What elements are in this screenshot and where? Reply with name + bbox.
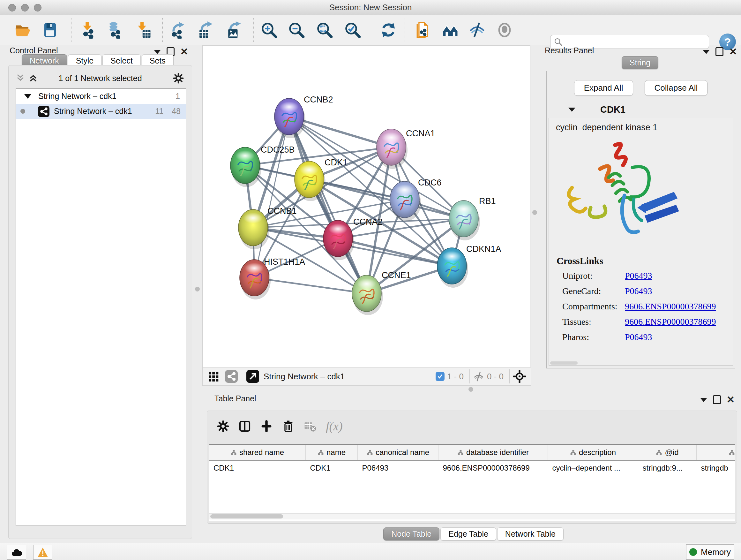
network-edge-CCNB2-CCNE1[interactable] [289, 117, 367, 294]
create-column-icon[interactable] [260, 420, 273, 433]
network-node-CCNA2[interactable] [323, 220, 354, 260]
show-all-button[interactable] [495, 20, 514, 40]
network-options-gear-icon[interactable] [173, 72, 184, 84]
crosshair-icon[interactable] [513, 370, 526, 383]
table-tabs: Node TableEdge TableNetwork Table [207, 527, 741, 541]
collection-expander-icon[interactable] [24, 94, 31, 99]
table-cell[interactable]: cyclin–dependent ... [548, 460, 638, 476]
panel-float-icon[interactable] [716, 47, 724, 56]
entry-expander-icon[interactable] [568, 108, 576, 112]
memory-button[interactable]: Memory [686, 544, 734, 560]
crosslink-link-0[interactable]: P06493 [625, 271, 652, 281]
tab-node-table[interactable]: Node Table [383, 527, 440, 541]
left-splitter-handle[interactable] [195, 287, 200, 292]
network-node-CCNB2[interactable] [274, 98, 306, 138]
search-icon [554, 37, 562, 46]
cloud-status-button[interactable] [7, 545, 26, 560]
crosslink-row: Uniprot:P06493 [556, 271, 716, 281]
zoom-fit-button[interactable] [315, 20, 334, 40]
table-horizontal-scrollbar[interactable] [209, 513, 735, 519]
network-node-label-CDKN1A: CDKN1A [466, 244, 501, 254]
column-header-canonical-name[interactable]: canonical name [358, 445, 439, 460]
table-cell[interactable]: stringdb:9... [638, 460, 697, 476]
warnings-button[interactable] [33, 545, 52, 560]
export-network-button[interactable] [169, 20, 187, 40]
import-network-database-button[interactable] [105, 20, 124, 40]
tab-network-table[interactable]: Network Table [497, 527, 563, 541]
panel-menu-icon[interactable] [154, 50, 161, 54]
bottom-splitter-handle[interactable] [468, 387, 473, 392]
open-session-button[interactable] [13, 20, 32, 40]
panel-close-icon[interactable]: ✕ [180, 48, 188, 55]
save-session-button[interactable] [41, 20, 59, 40]
crosslink-link-2[interactable]: 9606.ENSP00000378699 [625, 301, 716, 312]
network-collection-row[interactable]: String Network – cdk1 1 [16, 89, 186, 104]
table-cell[interactable]: CDK1 [209, 460, 306, 476]
column-header-@id[interactable]: @id [638, 445, 697, 460]
zoom-selected-button[interactable] [343, 20, 362, 40]
entry-header[interactable]: CDK1 [549, 101, 733, 118]
collapse-all-button[interactable]: Collapse All [645, 80, 708, 96]
network-tree: String Network – cdk1 1 String Network –… [16, 88, 186, 526]
network-node-CDKN1A[interactable] [437, 248, 468, 288]
panel-menu-icon[interactable] [703, 50, 710, 54]
panel-menu-icon[interactable] [700, 398, 707, 402]
column-header-name[interactable]: name [306, 445, 358, 460]
zoom-in-button[interactable] [260, 20, 278, 40]
tab-string[interactable]: String [622, 56, 658, 69]
crosslink-link-3[interactable]: 9606.ENSP00000378699 [625, 317, 716, 327]
network-node-CCNE1[interactable] [352, 275, 383, 315]
tab-edge-table[interactable]: Edge Table [441, 527, 496, 541]
export-table-button[interactable] [196, 20, 214, 40]
network-node-label-RB1: RB1 [479, 196, 496, 206]
delete-column-icon[interactable] [282, 420, 294, 433]
crosslink-label: GeneCard: [556, 286, 625, 296]
panel-close-icon[interactable]: ✕ [727, 396, 735, 403]
import-network-file-button[interactable] [78, 20, 97, 40]
network-canvas[interactable]: CCNB2CCNA1CDC25BCDK1CDC6RB1CCNB1CCNA2CDK… [202, 45, 530, 367]
table-cell[interactable]: stringdb [697, 460, 735, 476]
apply-layout-button[interactable] [379, 20, 398, 40]
column-header-database-identifier[interactable]: database identifier [439, 445, 548, 460]
string-home-button[interactable] [441, 20, 460, 40]
hidden-eye-icon [473, 371, 484, 382]
network-node-CDK1[interactable] [294, 161, 326, 201]
network-node-RB1[interactable] [449, 200, 480, 240]
crosslink-label: Pharos: [556, 332, 625, 342]
string-network-icon [38, 106, 50, 117]
export-image-button[interactable] [224, 20, 243, 40]
expand-all-button[interactable]: Expand All [574, 80, 633, 96]
column-header-namespace[interactable]: namespace [697, 445, 735, 460]
network-node-label-CDC6: CDC6 [418, 178, 442, 187]
table-cell[interactable]: P06493 [358, 460, 439, 476]
zoom-out-button[interactable] [287, 20, 306, 40]
entry-horizontal-scrollbar[interactable] [550, 361, 578, 365]
application-window: Session: New Session [0, 0, 741, 560]
status-bar: Memory [0, 543, 741, 560]
network-edge-HIST1H1A-CCNE1[interactable] [254, 278, 367, 294]
right-splitter-handle[interactable] [532, 210, 537, 215]
table-options-gear-icon[interactable] [217, 420, 229, 433]
panel-float-icon[interactable] [713, 395, 721, 404]
network-node-CCNB1[interactable] [239, 209, 269, 249]
table-cell[interactable]: CDK1 [306, 460, 358, 476]
open-in-window-icon[interactable] [246, 370, 259, 383]
birdseye-grid-icon[interactable] [208, 370, 220, 382]
network-from-document-button[interactable] [413, 20, 431, 40]
panel-close-icon[interactable]: ✕ [729, 48, 737, 55]
column-header-shared-name[interactable]: shared name [209, 445, 306, 460]
network-node-CDC6[interactable] [390, 181, 421, 221]
hide-selected-button[interactable] [468, 20, 486, 40]
table-row[interactable]: CDK1CDK1P064939606.ENSP00000378699cyclin… [209, 460, 735, 476]
show-columns-icon[interactable] [239, 420, 251, 433]
network-node-label-HIST1H1A: HIST1H1A [264, 257, 305, 266]
import-table-file-button[interactable] [134, 20, 152, 40]
share-view-icon[interactable] [225, 370, 238, 383]
crosslink-link-4[interactable]: P06493 [625, 332, 652, 342]
network-selection-status: 1 of 1 Network selected [9, 74, 192, 83]
crosslink-link-1[interactable]: P06493 [625, 286, 652, 296]
table-cell[interactable]: 9606.ENSP00000378699 [439, 460, 548, 476]
selected-checkbox[interactable] [435, 372, 445, 381]
network-row[interactable]: String Network – cdk1 11 48 [16, 104, 186, 119]
column-header-description[interactable]: description [548, 445, 638, 460]
